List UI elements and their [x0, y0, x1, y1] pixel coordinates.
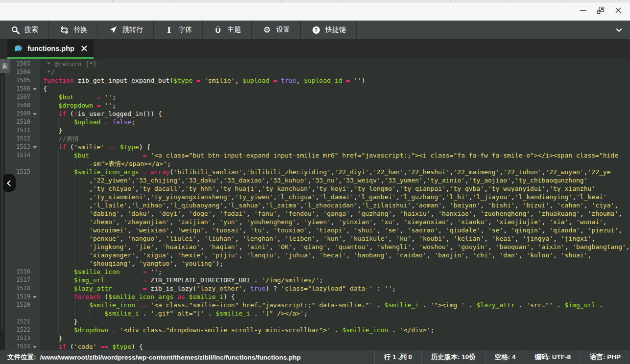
replace-icon	[59, 25, 69, 35]
toolbar-button-label: 跳转行	[122, 25, 143, 34]
indent-guide	[74, 184, 74, 193]
code-text[interactable]: $but = '';	[40, 93, 630, 101]
toolbar-button-settings[interactable]: ⚙设置	[252, 21, 301, 39]
code-text[interactable]: $lazy_attr = zib_is_lazy('lazy_other', t…	[40, 284, 630, 293]
file-path: /www/wwwroot/zibi/wordpress/wp-content/t…	[40, 354, 301, 361]
fold-column	[30, 218, 40, 226]
line-number	[5, 234, 30, 243]
code-text[interactable]: $smilie_icon .= '<a class="smilie-icon" …	[40, 301, 630, 309]
toolbar-button-label: 字体	[178, 25, 192, 34]
tab-close-icon[interactable]	[81, 46, 87, 51]
code-text[interactable]: 'xiaoyanger', 'xigua', 'hexie', 'pijiu',…	[40, 251, 630, 259]
toolbar-button-search[interactable]: 搜索	[0, 21, 49, 39]
code-text[interactable]: if ('smilie' == $type) {	[40, 143, 630, 151]
code-text[interactable]: $dropdown = '';	[40, 101, 630, 110]
line-number	[5, 209, 30, 218]
line-number	[5, 201, 30, 209]
code-text[interactable]: }	[40, 334, 630, 342]
code-text[interactable]: $upload = false;	[40, 118, 630, 126]
fold-column	[30, 184, 40, 193]
indent-guide	[58, 118, 59, 126]
code-text[interactable]: $smilie_i . '.gif" alt="[' . $smilie_i .…	[40, 309, 630, 318]
line-number: 1522	[5, 326, 30, 334]
code-line: 'shouqiang', 'yangtuo', 'youling');	[5, 259, 630, 268]
code-line: 1508 $dropdown = '';	[5, 101, 630, 110]
code-text[interactable]: 'dabing', 'daku', 'deyi', 'doge', 'fadai…	[40, 209, 630, 218]
toolbar-button-font[interactable]: I字体	[154, 21, 203, 39]
toolbar-button-label: 快捷键	[325, 25, 346, 34]
toolbar: 搜索替换跳转行I字体Ü主题⚙设置?快捷键	[0, 21, 630, 39]
code-text[interactable]: ,'l_laile','l_nihao','l_qiubaoyang','l_s…	[40, 201, 630, 209]
indent-guide	[74, 243, 74, 251]
code-text[interactable]: 'wozuimei', 'weixiao', 'weiqu', 'tuosai'…	[40, 226, 630, 234]
indent-guide	[58, 326, 59, 334]
minimize-button minimize-icon[interactable]	[577, 5, 589, 15]
code-text[interactable]: $img_url = ZIB_TEMPLATE_DIRECTORY_URI . …	[40, 276, 630, 284]
fold-column	[30, 176, 40, 184]
code-text[interactable]: * @return {*}	[40, 60, 630, 68]
code-line: 1522 $dropdown = '<div class="dropdown-s…	[5, 326, 630, 334]
code-line: 1519 foreach ($smilie_icon_args as $smil…	[5, 293, 630, 301]
help-icon: ?	[311, 25, 321, 35]
collapsed-panel-tab[interactable]: 索	[0, 59, 10, 73]
code-text[interactable]: function zib_get_input_expand_but($type …	[40, 76, 630, 85]
tab-functions-php[interactable]: functions.php	[7, 39, 94, 59]
code-line: $smilie_i . '.gif" alt="[' . $smilie_i .…	[5, 309, 630, 318]
toolbar-button-shortcuts[interactable]: ?快捷键	[301, 21, 357, 39]
code-line: 1524 if ('code' == $type) {	[5, 342, 630, 350]
code-text[interactable]: $smilie_icon = '';	[40, 268, 630, 276]
close-window-button close-icon[interactable]	[612, 5, 624, 15]
fold-arrow-icon[interactable]	[30, 110, 40, 118]
code-text[interactable]: $smilie_icon_args = array('bilibili_sanl…	[40, 168, 630, 176]
code-text[interactable]: foreach ($smilie_icon_args as $smilie_i)…	[40, 293, 630, 301]
panel-toggle-handle chevron-left-icon[interactable]	[3, 174, 16, 192]
code-text[interactable]: ,'ty_chiyao','ty_dacall','ty_hhh','ty_hu…	[40, 184, 630, 193]
editor-area[interactable]: 1503 * @return {*}1504 */1505function zi…	[0, 59, 630, 350]
fold-column	[30, 93, 40, 101]
code-line: 'wozuimei', 'weixiao', 'weiqu', 'tuosai'…	[5, 226, 630, 234]
code-line: 'dabing', 'daku', 'deyi', 'doge', 'fadai…	[5, 209, 630, 218]
code-text[interactable]: {	[40, 85, 630, 93]
code-line: 1511 }	[5, 126, 630, 135]
fold-column	[30, 334, 40, 342]
code-text[interactable]: 'shouqiang', 'yangtuo', 'youling');	[40, 259, 630, 268]
code-text[interactable]: */	[40, 68, 630, 76]
indent-guide	[74, 234, 74, 243]
code-text[interactable]: //表情	[40, 135, 630, 143]
fold-arrow-icon[interactable]	[30, 85, 40, 93]
code-text[interactable]: 'penxue', 'nanguo', 'liulei', 'liuhan', …	[40, 234, 630, 243]
toolbar-overflow-button chevron-down-icon[interactable]	[607, 21, 630, 39]
line-number: 1510	[5, 118, 30, 126]
titlebar-top-strip	[0, 0, 630, 2]
code-text[interactable]: 'jingkong', 'jie', 'huaixiao', 'haqian',…	[40, 243, 630, 251]
code-text[interactable]: $but = '<a class="but btn-input-expand i…	[40, 151, 630, 159]
code-line: 'zhemo', 'zhayanjian', 'zaijian', 'yun',…	[5, 218, 630, 226]
line-number: 1509	[5, 110, 30, 118]
fold-arrow-icon[interactable]	[30, 293, 40, 301]
fold-arrow-icon[interactable]	[30, 342, 40, 350]
maximize-button maximize-icon[interactable]	[595, 5, 606, 15]
code-text[interactable]: ,'ty_xiaomieni','ty_yinyangxiansheng','t…	[40, 193, 630, 201]
code-text[interactable]: -sm">表情</span></a>';	[40, 159, 630, 168]
line-number	[5, 226, 30, 234]
code-text[interactable]: ,'22_yiwen','33_chijing','33_daku','33_d…	[40, 176, 630, 184]
tab-label: functions.php	[27, 45, 74, 52]
code-text[interactable]: if (!is_user_logged_in()) {	[40, 110, 630, 118]
line-number	[5, 243, 30, 251]
code-text[interactable]: 'zhemo', 'zhayanjian', 'zaijian', 'yun',…	[40, 218, 630, 226]
code-text[interactable]: if ('code' == $type) {	[40, 342, 630, 350]
code-line: ,'l_laile','l_nihao','l_qiubaoyang','l_s…	[5, 201, 630, 209]
fold-column	[30, 259, 40, 268]
code-text[interactable]: }	[40, 318, 630, 326]
fold-arrow-icon[interactable]	[30, 143, 40, 151]
line-number: 1512	[5, 135, 30, 143]
toolbar-button-replace[interactable]: 替换	[49, 21, 98, 39]
indent-guide	[58, 159, 59, 168]
code-line: 1504 */	[5, 68, 630, 76]
fold-column	[30, 201, 40, 209]
code-text[interactable]: }	[40, 126, 630, 135]
toolbar-button-theme[interactable]: Ü主题	[203, 21, 252, 39]
toolbar-button-label: 搜索	[24, 25, 38, 34]
code-text[interactable]: $dropdown = '<div class="dropdown-smilie…	[40, 326, 630, 334]
toolbar-button-goto-line[interactable]: 跳转行	[98, 21, 154, 39]
